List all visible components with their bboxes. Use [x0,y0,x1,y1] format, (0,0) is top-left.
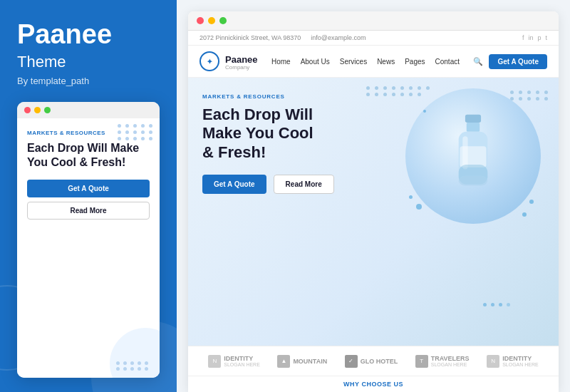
address-text: 2072 Pinnickinick Street, WA 98370 [200,34,301,41]
logo-icon: ✦ [200,51,219,71]
bottle-circle [405,88,541,224]
brand-icon-3: ✓ [345,355,358,368]
mini-headline: Each Drop Will Make You Cool & Fresh! [27,141,150,170]
brand-travelers: T TRAVELERS SLOGAN HERE [415,355,470,368]
splash-dots-bottom [483,303,512,306]
why-choose-section: WHY CHOOSE US [188,376,559,392]
brand-mountain: ▲ MOUNTAIN [277,355,327,368]
instagram-icon: in [528,34,533,41]
browser-dot-yellow [208,17,215,24]
brand-icon-5: N [487,355,499,368]
site-nav: ✦ Paanee Company Home About Us Services … [188,46,559,78]
brand-identity-1: N IDENTITY SLOGAN HERE [208,355,260,368]
mini-read-more-button[interactable]: Read More [27,202,150,220]
left-panel: Paanee Theme By template_path MARKETS & … [0,0,177,392]
hero-get-quote-button[interactable]: Get A Quote [202,175,266,194]
pinterest-icon: p [537,34,541,41]
mini-dot-red [24,107,31,113]
nav-cta-button[interactable]: Get A Quote [489,54,547,69]
hero-bottle-image [402,85,544,227]
brand-title: Paanee [17,20,160,50]
logo-name: Paanee [225,54,258,65]
nav-services[interactable]: Services [340,58,367,66]
search-icon[interactable]: 🔍 [473,57,483,66]
svg-rect-4 [460,146,487,167]
brand-icon-2: ▲ [277,355,290,368]
svg-rect-1 [467,123,480,132]
facebook-icon: f [522,34,524,41]
svg-rect-0 [465,115,481,123]
browser-dot-green [219,17,227,24]
email-text: info@example.com [311,34,366,41]
brand-subtitle: Theme [17,53,160,71]
nav-logo: ✦ Paanee Company [200,51,258,71]
mini-dot-green [44,107,51,113]
bottle-svg [445,113,502,199]
brand-name-3: GLO HOTEL [361,358,398,365]
brand-name-5: IDENTITY [502,355,539,362]
nav-pages[interactable]: Pages [405,58,425,66]
brand-name-1: IDENTITY [224,355,260,362]
brand-icon-1: N [208,355,221,368]
site-hero: MARKETS & RESOURCES Each Drop WillMake Y… [188,78,559,346]
browser-dot-red [197,17,204,24]
brand-sub-5: SLOGAN HERE [502,362,539,367]
mini-browser: MARKETS & RESOURCES Each Drop Will Make … [17,102,160,378]
brand-identity-2: N IDENTITY SLOGAN HERE [487,355,539,368]
brand-glo-hotel: ✓ GLO HOTEL [345,355,398,368]
twitter-icon: t [545,34,547,41]
mini-dot-yellow [34,107,41,113]
logo-text-block: Paanee Company [225,53,258,71]
nav-news[interactable]: News [377,58,395,66]
brand-icon-4: T [415,355,428,368]
mini-get-quote-button[interactable]: Get A Quote [27,180,150,197]
hero-left: MARKETS & RESOURCES Each Drop WillMake Y… [202,93,373,339]
nav-links: Home About Us Services News Pages Contac… [271,58,460,66]
hero-buttons: Get A Quote Read More [202,175,373,194]
brand-name-4: TRAVELERS [431,355,470,362]
hero-headline: Each Drop WillMake You Cool& Fresh! [202,105,373,162]
brand-name-2: MOUNTAIN [293,358,327,365]
nav-actions: 🔍 Get A Quote [473,54,547,69]
site-topbar: 2072 Pinnickinick Street, WA 98370 info@… [188,31,559,46]
topbar-right: f in p t [522,34,547,41]
nav-contact[interactable]: Contact [435,58,460,66]
nav-about[interactable]: About Us [301,58,330,66]
brands-row: N IDENTITY SLOGAN HERE ▲ MOUNTAIN ✓ GLO … [188,346,559,376]
hero-tag: MARKETS & RESOURCES [202,93,373,100]
right-panel: 2072 Pinnickinick Street, WA 98370 info@… [177,0,570,392]
mini-browser-bar [17,102,160,118]
mini-dots-decoration [118,124,154,140]
topbar-left: 2072 Pinnickinick Street, WA 98370 info@… [200,34,366,41]
hero-read-more-button[interactable]: Read More [274,175,334,194]
brand-author: By template_path [17,76,160,86]
mini-browser-content: MARKETS & RESOURCES Each Drop Will Make … [17,118,160,378]
browser-top-bar [188,11,559,31]
browser-window: 2072 Pinnickinick Street, WA 98370 info@… [188,11,559,392]
brand-sub-4: SLOGAN HERE [431,362,470,367]
brand-sub-1: SLOGAN HERE [224,362,260,367]
nav-home[interactable]: Home [271,58,291,66]
svg-rect-6 [459,176,488,186]
mini-dots-bottom [116,361,150,371]
